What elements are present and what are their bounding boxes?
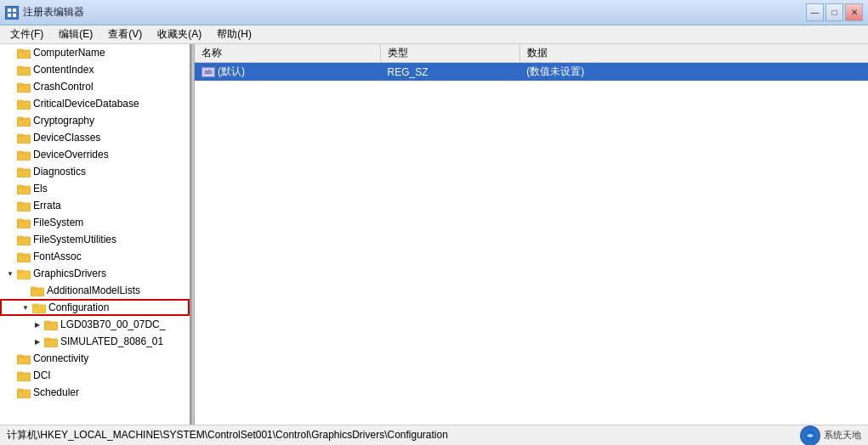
tree-label-critical-device: CriticalDeviceDatabase — [33, 95, 139, 112]
tree-item-computer-name[interactable]: ComputerName — [0, 44, 190, 61]
expand-icon-device-classes[interactable] — [3, 131, 17, 144]
folder-icon-critical-device — [17, 98, 31, 110]
svg-rect-41 — [17, 355, 23, 358]
tree-item-els[interactable]: Els — [0, 180, 190, 197]
expand-icon-font-assoc[interactable] — [3, 250, 17, 263]
tree-item-graphics-drivers[interactable]: ▼ GraphicsDrivers — [0, 265, 190, 282]
tree-item-scheduler[interactable]: Scheduler — [0, 384, 190, 401]
tree-label-connectivity: Connectivity — [33, 350, 88, 367]
app-icon — [5, 6, 19, 20]
logo-circle — [800, 425, 820, 446]
tree-item-errata[interactable]: Errata — [0, 197, 190, 214]
tree-label-dci: DCI — [33, 367, 51, 384]
folder-icon-cryptography — [17, 115, 31, 127]
tree-item-dci[interactable]: DCI — [0, 367, 190, 384]
svg-rect-37 — [44, 321, 50, 324]
table-row[interactable]: ab(默认)REG_SZ(数值未设置) — [195, 63, 868, 82]
window-title: 注册表编辑器 — [23, 5, 84, 20]
logo-text: 系统天地 — [824, 429, 861, 442]
tree-label-crash-control: CrashControl — [33, 78, 94, 95]
svg-rect-9 — [17, 83, 23, 86]
folder-icon-errata — [17, 200, 31, 211]
svg-rect-7 — [17, 66, 23, 69]
menu-help[interactable]: 帮助(H) — [210, 25, 258, 43]
tree-item-filesystem-utils[interactable]: FileSystemUtilities — [0, 231, 190, 248]
menu-edit[interactable]: 编辑(E) — [52, 25, 99, 43]
folder-icon-diagnostics — [17, 166, 31, 177]
tree-label-errata: Errata — [33, 197, 61, 214]
expand-icon-cryptography[interactable] — [3, 114, 17, 127]
tree-item-font-assoc[interactable]: FontAssoc — [0, 248, 190, 265]
tree-label-graphics-drivers: GraphicsDrivers — [33, 265, 106, 282]
expand-icon-critical-device[interactable] — [3, 97, 17, 110]
expand-icon-graphics-drivers[interactable]: ▼ — [3, 267, 17, 280]
tree-item-configuration[interactable]: ▼ Configuration — [0, 299, 190, 316]
menu-view[interactable]: 查看(V) — [101, 25, 149, 43]
expand-icon-lgd[interactable]: ▶ — [31, 318, 44, 331]
svg-rect-5 — [17, 49, 23, 52]
tree-label-cryptography: Cryptography — [33, 112, 94, 129]
tree-item-cryptography[interactable]: Cryptography — [0, 112, 190, 129]
expand-icon-configuration[interactable]: ▼ — [19, 301, 32, 314]
tree-item-additional-model-lists[interactable]: AdditionalModelLists — [0, 282, 190, 299]
folder-icon-graphics-drivers — [17, 268, 31, 279]
expand-icon-crash-control[interactable] — [3, 80, 17, 93]
expand-icon-filesystem-utils[interactable] — [3, 233, 17, 246]
svg-rect-11 — [17, 100, 23, 103]
expand-icon-computer-name[interactable] — [3, 46, 17, 59]
expand-icon-diagnostics[interactable] — [3, 165, 17, 178]
svg-rect-19 — [17, 168, 23, 171]
tree-panel[interactable]: ComputerName ContentIndex CrashControl C… — [0, 44, 191, 425]
folder-icon-additional-model-lists — [31, 284, 44, 296]
logo-area: 系统天地 — [800, 425, 861, 446]
tree-item-lgd[interactable]: ▶ LGD03B70_00_07DC_ — [0, 316, 190, 333]
col-header-name[interactable]: 名称 — [195, 44, 380, 63]
title-bar: 注册表编辑器 — □ ✕ — [0, 0, 868, 25]
svg-rect-33 — [31, 287, 37, 290]
tree-item-simulated[interactable]: ▶ SIMULATED_8086_01 — [0, 333, 190, 350]
tree-label-diagnostics: Diagnostics — [33, 163, 86, 180]
tree-label-lgd: LGD03B70_00_07DC_ — [60, 316, 165, 333]
expand-icon-errata[interactable] — [3, 199, 17, 212]
tree-item-critical-device[interactable]: CriticalDeviceDatabase — [0, 95, 190, 112]
svg-rect-2 — [8, 14, 11, 17]
tree-label-computer-name: ComputerName — [33, 44, 105, 61]
expand-icon-device-overrides[interactable] — [3, 148, 17, 161]
tree-item-connectivity[interactable]: Connectivity — [0, 350, 190, 367]
tree-item-filesystem[interactable]: FileSystem — [0, 214, 190, 231]
tree-item-device-overrides[interactable]: DeviceOverrides — [0, 146, 190, 163]
expand-icon-dci[interactable] — [3, 369, 17, 382]
tree-label-filesystem: FileSystem — [33, 214, 83, 231]
expand-icon-simulated[interactable]: ▶ — [31, 335, 44, 348]
expand-icon-content-index[interactable] — [3, 63, 17, 76]
col-header-type[interactable]: 类型 — [380, 44, 519, 63]
tree-label-configuration: Configuration — [48, 299, 109, 316]
svg-rect-3 — [13, 14, 16, 17]
minimize-button[interactable]: — — [806, 3, 824, 21]
title-controls: — □ ✕ — [806, 3, 863, 21]
tree-label-font-assoc: FontAssoc — [33, 248, 82, 265]
expand-icon-additional-model-lists[interactable] — [17, 284, 31, 297]
main-content: ComputerName ContentIndex CrashControl C… — [0, 44, 868, 425]
tree-item-content-index[interactable]: ContentIndex — [0, 61, 190, 78]
expand-icon-filesystem[interactable] — [3, 216, 17, 229]
tree-item-diagnostics[interactable]: Diagnostics — [0, 163, 190, 180]
expand-icon-els[interactable] — [3, 182, 17, 195]
menu-file[interactable]: 文件(F) — [3, 25, 50, 43]
menu-bar: 文件(F) 编辑(E) 查看(V) 收藏夹(A) 帮助(H) — [0, 25, 868, 44]
folder-icon-font-assoc — [17, 251, 31, 262]
expand-icon-connectivity[interactable] — [3, 352, 17, 365]
maximize-button[interactable]: □ — [825, 3, 843, 21]
svg-rect-25 — [17, 219, 23, 222]
reg-entry-type: REG_SZ — [380, 63, 519, 82]
svg-rect-0 — [8, 8, 11, 12]
reg-entry-data: (数值未设置) — [519, 63, 868, 82]
col-header-data[interactable]: 数据 — [519, 44, 868, 63]
expand-icon-scheduler[interactable] — [3, 386, 17, 399]
menu-favorites[interactable]: 收藏夹(A) — [150, 25, 208, 43]
tree-item-device-classes[interactable]: DeviceClasses — [0, 129, 190, 146]
svg-rect-29 — [17, 253, 23, 256]
close-button[interactable]: ✕ — [845, 3, 863, 21]
tree-item-crash-control[interactable]: CrashControl — [0, 78, 190, 95]
folder-icon-scheduler — [17, 386, 31, 398]
